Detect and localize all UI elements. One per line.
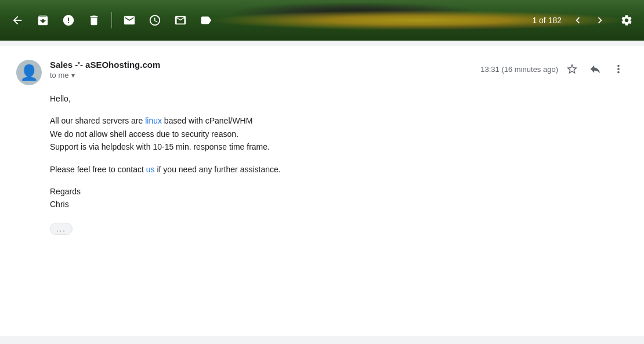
next-message-button[interactable] bbox=[589, 10, 610, 31]
linux-link[interactable]: linux bbox=[145, 116, 162, 125]
label-button[interactable] bbox=[196, 10, 216, 31]
more-button[interactable] bbox=[609, 60, 628, 78]
snooze-button[interactable] bbox=[144, 10, 165, 31]
body-line3: Support is via helpdesk with 10-15 min. … bbox=[50, 142, 270, 151]
show-trimmed-button[interactable]: ... bbox=[50, 223, 73, 235]
star-icon bbox=[566, 63, 578, 75]
message-counter: 1 of 182 bbox=[532, 16, 562, 25]
prev-message-button[interactable] bbox=[567, 10, 588, 31]
chevron-left-icon bbox=[571, 14, 584, 27]
recipient-row: to me ▾ bbox=[50, 71, 480, 79]
chevron-right-icon bbox=[594, 14, 606, 27]
reply-button[interactable] bbox=[586, 60, 605, 78]
back-icon bbox=[11, 14, 24, 27]
spam-button[interactable] bbox=[58, 10, 79, 31]
avatar-person-icon: 👤 bbox=[20, 64, 38, 82]
spam-icon bbox=[62, 14, 75, 27]
archive-button[interactable] bbox=[32, 10, 53, 31]
snooze-icon bbox=[149, 14, 161, 27]
email-actions: 13:31 (16 minutes ago) bbox=[480, 60, 628, 78]
email-header: 👤 Sales -'- aSEOhosting.com to me ▾ 13:3… bbox=[16, 60, 628, 85]
archive-icon bbox=[37, 14, 49, 27]
recipient-dropdown[interactable]: ▾ bbox=[71, 71, 75, 79]
toolbar-divider bbox=[111, 12, 112, 28]
body-paragraph-2: Please feel free to contact us if you ne… bbox=[50, 163, 628, 176]
body-line2: We do not allow shell access due to secu… bbox=[50, 129, 238, 139]
mark-unread-button[interactable] bbox=[119, 10, 140, 31]
star-button[interactable] bbox=[563, 60, 581, 78]
recipient-label: to me bbox=[50, 71, 69, 79]
gear-icon bbox=[620, 14, 633, 27]
email-meta: Sales -'- aSEOhosting.com to me ▾ bbox=[50, 60, 480, 79]
email-content-area: 👤 Sales -'- aSEOhosting.com to me ▾ 13:3… bbox=[0, 46, 644, 336]
settings-button[interactable] bbox=[616, 10, 637, 31]
body-line1-pre: All our shared servers are bbox=[50, 116, 145, 125]
mail-icon bbox=[123, 14, 136, 27]
toolbar: 1 of 182 bbox=[0, 0, 644, 41]
more-vert-icon bbox=[612, 63, 625, 75]
contact-link[interactable]: us bbox=[146, 165, 155, 174]
email-time: 13:31 (16 minutes ago) bbox=[480, 65, 558, 74]
delete-icon bbox=[88, 14, 100, 27]
body-paragraph-1: All our shared servers are linux based w… bbox=[50, 114, 628, 153]
body-greeting: Hello, bbox=[50, 92, 628, 105]
body-signature: Chris bbox=[50, 200, 69, 209]
back-button[interactable] bbox=[7, 10, 28, 31]
body-line1-post: based with cPanel/WHM bbox=[162, 116, 252, 125]
email-body: Hello, All our shared servers are linux … bbox=[16, 92, 628, 211]
delete-button[interactable] bbox=[84, 10, 104, 31]
avatar: 👤 bbox=[16, 60, 42, 85]
more-actions-button[interactable] bbox=[170, 10, 191, 31]
sender-name: Sales -'- aSEOhosting.com bbox=[50, 60, 480, 70]
body-contact-post: if you need any further assistance. bbox=[155, 165, 281, 174]
navigation-controls bbox=[567, 10, 610, 31]
body-contact-pre: Please feel free to contact bbox=[50, 165, 146, 174]
reply-icon bbox=[589, 63, 602, 75]
more-mail-icon bbox=[174, 14, 187, 27]
body-regards: Regards Chris bbox=[50, 185, 628, 211]
label-icon bbox=[200, 14, 212, 27]
toolbar-separator bbox=[0, 41, 644, 41]
